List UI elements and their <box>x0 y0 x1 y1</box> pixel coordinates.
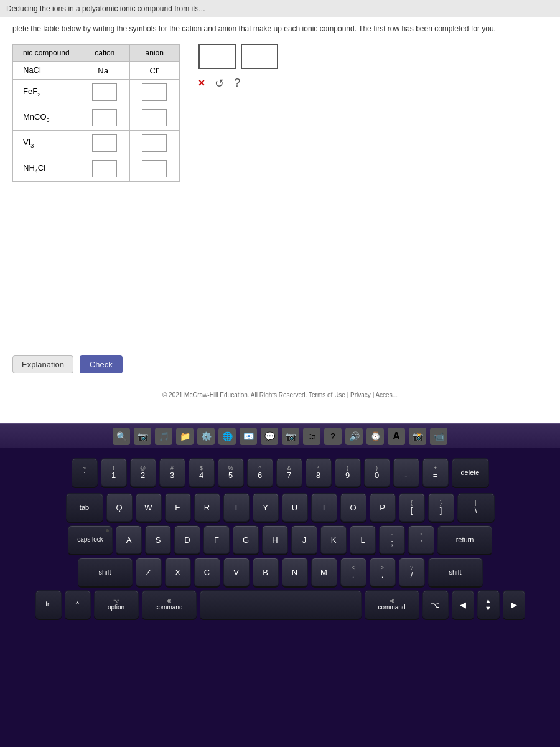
key-o[interactable]: O <box>340 493 366 522</box>
key-comma[interactable]: < , <box>340 558 366 586</box>
cation-input-vi3[interactable] <box>92 134 117 152</box>
anion-cell-vi3[interactable] <box>129 131 179 156</box>
key-8[interactable]: * 8 <box>306 458 332 487</box>
undo-button[interactable]: ↺ <box>215 77 224 90</box>
key-j[interactable]: J <box>291 525 317 554</box>
taskbar-icon-camera[interactable]: 📷 <box>134 428 151 445</box>
anion-input-mnco3[interactable] <box>142 109 167 126</box>
key-command-left[interactable]: ⌘ command <box>142 590 197 619</box>
key-9[interactable]: ( 9 <box>335 458 361 487</box>
cation-cell-fef2[interactable] <box>80 80 129 105</box>
key-slash[interactable]: ? / <box>399 558 425 586</box>
key-w[interactable]: W <box>136 493 162 522</box>
key-2[interactable]: @ 2 <box>130 458 156 487</box>
answer-input-2[interactable] <box>241 44 278 69</box>
anion-input-fef2[interactable] <box>142 83 167 101</box>
key-a[interactable]: A <box>116 525 142 554</box>
cation-cell-mnco3[interactable] <box>80 105 129 131</box>
taskbar-icon-browser[interactable]: 🌐 <box>218 428 236 445</box>
key-n[interactable]: N <box>282 558 308 586</box>
key-option-right[interactable]: ⌥ <box>422 590 449 619</box>
key-v[interactable]: V <box>223 558 250 586</box>
key-h[interactable]: H <box>262 525 288 554</box>
key-u[interactable]: U <box>282 493 308 522</box>
key-delete[interactable]: delete <box>452 458 489 487</box>
key-fn[interactable]: fn <box>35 590 62 619</box>
key-r[interactable]: R <box>194 493 220 522</box>
key-lbracket[interactable]: { [ <box>399 493 425 522</box>
anion-cell-nh4cl[interactable] <box>129 156 179 182</box>
key-4[interactable]: $ 4 <box>189 458 215 487</box>
key-0[interactable]: ) 0 <box>364 458 390 487</box>
cation-cell-nh4cl[interactable] <box>80 156 129 182</box>
taskbar-icon-time[interactable]: ⌚ <box>366 428 384 445</box>
key-6[interactable]: ^ 6 <box>247 458 273 487</box>
key-d[interactable]: D <box>174 525 200 554</box>
key-space[interactable] <box>200 590 362 619</box>
key-y[interactable]: Y <box>253 493 279 522</box>
key-control[interactable]: ⌃ <box>65 590 91 619</box>
key-5[interactable]: % 5 <box>218 458 244 487</box>
answer-input-1[interactable] <box>198 44 236 69</box>
key-semicolon[interactable]: : ; <box>379 525 405 554</box>
key-tilde[interactable]: ~ ` <box>72 458 98 487</box>
anion-cell-fef2[interactable] <box>129 80 179 105</box>
taskbar-icon-screen[interactable]: 📸 <box>409 428 426 445</box>
key-q[interactable]: Q <box>106 493 133 522</box>
key-quote[interactable]: " ' <box>408 525 434 554</box>
key-equals[interactable]: + = <box>422 458 449 487</box>
key-b[interactable]: B <box>253 558 279 586</box>
taskbar-icon-a[interactable]: A <box>388 428 405 445</box>
key-shift-right[interactable]: shift <box>428 558 483 586</box>
key-backslash[interactable]: | \ <box>457 493 495 522</box>
key-minus[interactable]: _ - <box>393 458 419 487</box>
taskbar-icon-settings[interactable]: ⚙️ <box>197 428 215 445</box>
anion-cell-mnco3[interactable] <box>129 105 179 131</box>
key-s[interactable]: S <box>145 525 171 554</box>
key-arrow-left[interactable]: ◀ <box>452 590 474 619</box>
taskbar-icon-video[interactable]: 📹 <box>430 428 447 445</box>
key-c[interactable]: C <box>194 558 220 586</box>
key-rbracket[interactable]: } ] <box>428 493 454 522</box>
anion-input-vi3[interactable] <box>142 134 167 152</box>
key-e[interactable]: E <box>165 493 191 522</box>
taskbar-icon-files[interactable]: 📁 <box>176 428 194 445</box>
key-command-right[interactable]: ⌘ command <box>365 590 419 619</box>
key-arrow-updown[interactable]: ▲ ▼ <box>477 590 500 619</box>
key-shift-left[interactable]: shift <box>78 558 133 586</box>
key-1[interactable]: ! 1 <box>101 458 127 487</box>
cation-cell-vi3[interactable] <box>80 131 129 156</box>
key-capslock[interactable]: caps lock <box>68 525 113 554</box>
clear-button[interactable]: × <box>198 77 205 90</box>
taskbar-icon-music[interactable]: 🎵 <box>155 428 172 445</box>
key-3[interactable]: # 3 <box>159 458 185 487</box>
key-l[interactable]: L <box>350 525 376 554</box>
key-period[interactable]: > . <box>370 558 396 586</box>
key-i[interactable]: I <box>311 493 337 522</box>
key-g[interactable]: G <box>233 525 259 554</box>
key-z[interactable]: Z <box>136 558 162 586</box>
key-m[interactable]: M <box>311 558 337 586</box>
key-return[interactable]: return <box>437 525 492 554</box>
key-arrow-right[interactable]: ▶ <box>503 590 525 619</box>
taskbar-icon-finder[interactable]: 🔍 <box>113 428 130 445</box>
taskbar-icon-photo[interactable]: 📷 <box>282 428 299 445</box>
anion-input-nh4cl[interactable] <box>142 160 167 177</box>
help-button[interactable]: ? <box>234 77 240 90</box>
key-7[interactable]: & 7 <box>276 458 302 487</box>
key-t[interactable]: T <box>223 493 250 522</box>
key-p[interactable]: P <box>370 493 396 522</box>
key-option-left[interactable]: ⌥ option <box>94 590 139 619</box>
cation-input-mnco3[interactable] <box>92 109 117 126</box>
taskbar-icon-question[interactable]: ? <box>324 428 342 445</box>
key-f[interactable]: F <box>203 525 230 554</box>
taskbar-icon-volume[interactable]: 🔊 <box>345 428 363 445</box>
explanation-button[interactable]: Explanation <box>12 355 73 374</box>
key-x[interactable]: X <box>165 558 191 586</box>
taskbar-icon-folder[interactable]: 🗂 <box>303 428 320 445</box>
check-button[interactable]: Check <box>80 355 123 374</box>
cation-input-nh4cl[interactable] <box>92 160 117 177</box>
key-k[interactable]: K <box>320 525 347 554</box>
key-tab[interactable]: tab <box>66 493 103 522</box>
taskbar-icon-mail[interactable]: 📧 <box>240 428 257 445</box>
